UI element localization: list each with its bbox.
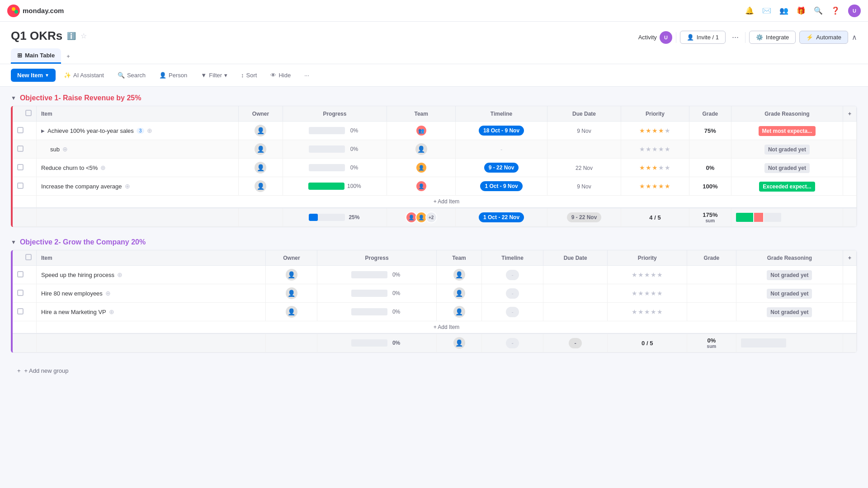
rowsub-stars[interactable]: ★★★★★ <box>626 145 684 153</box>
row4-checkbox[interactable] <box>17 183 24 189</box>
o2r3-checkbox[interactable] <box>17 308 24 314</box>
tab-main-table[interactable]: ⊞ Main Table <box>11 48 61 64</box>
people-icon[interactable]: 👥 <box>779 6 788 15</box>
tab-add-button[interactable]: + <box>63 49 74 63</box>
row4-team-cell[interactable]: 👤 <box>387 177 456 196</box>
row3-stars[interactable]: ★★★★★ <box>626 164 684 171</box>
activity-button[interactable]: Activity U <box>638 31 672 44</box>
group-chevron-obj2[interactable]: ▼ <box>11 239 16 245</box>
sum-empty-item <box>37 208 239 227</box>
updates-icon[interactable]: 🎁 <box>797 6 806 15</box>
info-icon[interactable]: ℹ️ <box>67 32 76 40</box>
invite-button[interactable]: 👤 Invite / 1 <box>680 31 726 44</box>
o2r2-checkbox[interactable] <box>17 290 24 296</box>
sum-timeline-cell: 1 Oct - 22 Nov <box>456 208 547 227</box>
o2r2-add-icon[interactable]: ⊕ <box>105 290 111 297</box>
o2r1-team-cell[interactable]: 👤 <box>436 266 481 284</box>
row1-team-cell[interactable]: 👥 <box>387 122 456 140</box>
o2r1-progress-pct: 0% <box>390 272 403 278</box>
rowsub-add-icon[interactable]: ⊕ <box>62 145 68 153</box>
main-content: ▼ Objective 1- Raise Revenue by 25% Item… <box>0 87 868 385</box>
new-item-button[interactable]: New Item ▼ <box>11 69 56 82</box>
o2r3-timeline-dash: - <box>506 307 519 317</box>
rowsub-checkbox[interactable] <box>17 145 24 152</box>
row1-progress-cell: 0% <box>283 122 387 140</box>
row3-checkbox[interactable] <box>17 164 24 170</box>
row1-expand-icon[interactable]: ▶ <box>41 128 45 133</box>
col-gradereasoning-header: Grade Reasoning <box>731 106 843 122</box>
star-icon[interactable]: ☆ <box>80 32 87 40</box>
o2r3-add-icon[interactable]: ⊕ <box>109 308 114 315</box>
col-item-header: Item <box>37 106 239 122</box>
page-header: Q1 OKRs ℹ️ ☆ Activity U 👤 Invite / 1 ···… <box>0 22 868 64</box>
hide-button[interactable]: 👁 Hide <box>265 69 296 81</box>
o2r1-owner-cell[interactable]: 👤 <box>266 266 317 284</box>
row1-grade-cell: 75% <box>689 122 731 140</box>
rowsub-team-cell[interactable]: 👤 <box>387 140 456 159</box>
add-item-row-obj2[interactable]: + Add Item <box>13 321 857 334</box>
person-icon: 👤 <box>159 72 166 79</box>
add-item-label-cell[interactable]: + Add Item <box>37 196 857 208</box>
o2r1-add-icon[interactable]: ⊕ <box>117 271 123 278</box>
search-button[interactable]: 🔍 Search <box>112 69 151 81</box>
row1-checkbox[interactable] <box>17 127 24 133</box>
o2r3-owner-cell[interactable]: 👤 <box>266 303 317 321</box>
add-item2-label-cell[interactable]: + Add Item <box>37 321 857 334</box>
svg-point-1 <box>9 10 13 14</box>
row3-add-icon[interactable]: ⊕ <box>100 164 106 171</box>
row1-owner-cell[interactable]: 👤 <box>239 122 283 140</box>
o2r2-progress-bar-bg <box>351 290 387 297</box>
row3-owner-cell[interactable]: 👤 <box>239 159 283 177</box>
group-chevron-obj1[interactable]: ▼ <box>11 95 16 101</box>
sum2-empty-checkbox <box>13 333 37 352</box>
row1-stars[interactable]: ★★★★★ <box>626 127 684 134</box>
row4-stars[interactable]: ★★★★★ <box>626 183 684 190</box>
o2r2-stars[interactable]: ★★★★★ <box>612 290 682 297</box>
o2r3-stars[interactable]: ★★★★★ <box>612 308 682 315</box>
table-row: sub ⊕ 👤 0% 👤 - <box>13 140 857 159</box>
filter-button[interactable]: ▼ Filter ▾ <box>195 69 233 81</box>
collapse-button[interactable]: ∧ <box>852 33 857 42</box>
col2-add-header[interactable]: + <box>843 250 857 266</box>
row4-owner-cell[interactable]: 👤 <box>239 177 283 196</box>
row3-timeline-cell[interactable]: 9 - 22 Nov <box>456 159 547 177</box>
o2r2-team-cell[interactable]: 👤 <box>436 284 481 303</box>
more-toolbar-button[interactable]: ··· <box>299 69 315 81</box>
col-add-header[interactable]: + <box>843 106 857 122</box>
o2r1-checkbox[interactable] <box>17 271 24 277</box>
person-button[interactable]: 👤 Person <box>154 69 193 81</box>
search-icon[interactable]: 🔍 <box>814 6 823 15</box>
o2r2-owner-cell[interactable]: 👤 <box>266 284 317 303</box>
row3-team-cell[interactable]: 👤 <box>387 159 456 177</box>
row3-progress-bar-bg <box>309 164 345 171</box>
automate-button[interactable]: ⚡ Automate <box>799 31 848 44</box>
row1-add-icon[interactable]: ⊕ <box>147 127 152 134</box>
row4-add-icon[interactable]: ⊕ <box>125 183 130 190</box>
sum-timeline-badge: 1 Oct - 22 Nov <box>479 212 524 222</box>
header-checkbox[interactable] <box>25 110 32 116</box>
integrate-button[interactable]: ⚙️ Integrate <box>749 31 796 44</box>
notifications-icon[interactable]: 🔔 <box>745 6 754 15</box>
ai-icon: ✨ <box>64 72 71 79</box>
obj1-table-wrapper: Item Owner Progress Team Timeline Due Da… <box>11 106 857 227</box>
o2r2-item-label: Hire 80 new employees <box>41 290 103 297</box>
more-options-button[interactable]: ··· <box>729 30 741 45</box>
o2r3-team-cell[interactable]: 👤 <box>436 303 481 321</box>
inbox-icon[interactable]: ✉️ <box>762 6 771 15</box>
add-item-row-obj1[interactable]: + Add Item <box>13 196 857 208</box>
row1-timeline-cell[interactable]: 18 Oct - 9 Nov <box>456 122 547 140</box>
help-icon[interactable]: ❓ <box>831 6 840 15</box>
group-header-obj2[interactable]: ▼ Objective 2- Grow the Company 20% <box>11 238 857 246</box>
user-avatar-icon[interactable]: U <box>848 5 861 17</box>
rowsub-item-cell: sub ⊕ <box>37 140 239 159</box>
rowsub-owner-cell[interactable]: 👤 <box>239 140 283 159</box>
ai-assistant-button[interactable]: ✨ AI Assistant <box>58 69 109 81</box>
sort-button[interactable]: ↕ Sort <box>236 69 262 81</box>
add-group-button[interactable]: + + Add new group <box>11 364 75 378</box>
group-header-obj1[interactable]: ▼ Objective 1- Raise Revenue by 25% <box>11 94 857 102</box>
row4-timeline-cell[interactable]: 1 Oct - 9 Nov <box>456 177 547 196</box>
logo[interactable]: monday.com <box>7 5 64 17</box>
row3-checkbox-cell <box>13 159 37 177</box>
o2r1-stars[interactable]: ★★★★★ <box>612 271 682 278</box>
header2-checkbox[interactable] <box>25 254 32 260</box>
